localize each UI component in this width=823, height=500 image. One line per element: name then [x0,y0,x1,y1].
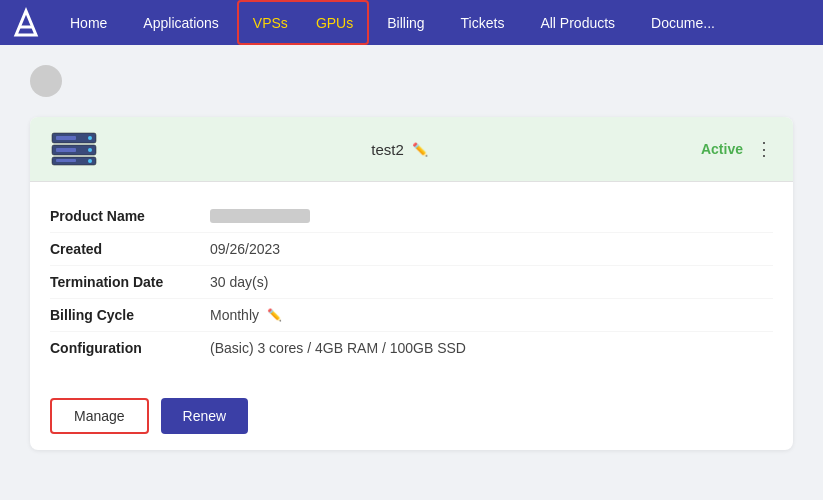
label-product-name: Product Name [50,208,210,224]
detail-row-product-name: Product Name [50,200,773,233]
product-details: Product Name Created 09/26/2023 Terminat… [30,182,793,382]
nav-item-all-products[interactable]: All Products [522,0,633,45]
nav-items: Home Applications VPSs GPUs Billing Tick… [52,0,733,45]
nav-label-vpss: VPSs [239,15,302,31]
nav-item-billing[interactable]: Billing [369,0,442,45]
renew-button[interactable]: Renew [161,398,249,434]
product-card: test2 ✏️ Active ⋮ Product Name Created 0… [30,117,793,450]
value-product-name [210,209,310,223]
navbar: Home Applications VPSs GPUs Billing Tick… [0,0,823,45]
product-name: test2 [371,141,404,158]
more-options-icon[interactable]: ⋮ [755,140,773,158]
nav-item-documents[interactable]: Docume... [633,0,733,45]
nav-item-tickets[interactable]: Tickets [443,0,523,45]
value-created: 09/26/2023 [210,241,280,257]
svg-rect-9 [56,148,76,152]
svg-rect-8 [56,136,76,140]
value-configuration: (Basic) 3 cores / 4GB RAM / 100GB SSD [210,340,466,356]
avatar [30,65,62,97]
nav-label-gpus: GPUs [302,15,367,31]
user-avatar-area [30,65,793,97]
manage-button[interactable]: Manage [50,398,149,434]
nav-item-vpss-gpus[interactable]: VPSs GPUs [237,0,369,45]
status-badge: Active [701,141,743,157]
detail-row-configuration: Configuration (Basic) 3 cores / 4GB RAM … [50,332,773,364]
detail-row-termination-date: Termination Date 30 day(s) [50,266,773,299]
product-header-center: test2 ✏️ [98,141,701,158]
detail-row-billing-cycle: Billing Cycle Monthly ✏️ [50,299,773,332]
logo [10,7,42,39]
svg-rect-10 [56,159,76,162]
svg-point-6 [88,148,92,152]
label-configuration: Configuration [50,340,210,356]
label-created: Created [50,241,210,257]
svg-point-5 [88,136,92,140]
label-billing-cycle: Billing Cycle [50,307,210,323]
edit-billing-icon[interactable]: ✏️ [267,308,282,322]
value-termination-date: 30 day(s) [210,274,268,290]
edit-name-icon[interactable]: ✏️ [412,142,428,157]
nav-item-home[interactable]: Home [52,0,125,45]
value-billing-cycle: Monthly ✏️ [210,307,282,323]
nav-item-applications[interactable]: Applications [125,0,237,45]
server-icon [50,131,98,167]
svg-point-7 [88,159,92,163]
detail-row-created: Created 09/26/2023 [50,233,773,266]
product-header: test2 ✏️ Active ⋮ [30,117,793,182]
product-actions: Manage Renew [30,382,793,450]
label-termination-date: Termination Date [50,274,210,290]
redacted-product-name [210,209,310,223]
product-header-right: Active ⋮ [701,140,773,158]
page-content: test2 ✏️ Active ⋮ Product Name Created 0… [0,45,823,470]
svg-marker-0 [16,11,36,35]
